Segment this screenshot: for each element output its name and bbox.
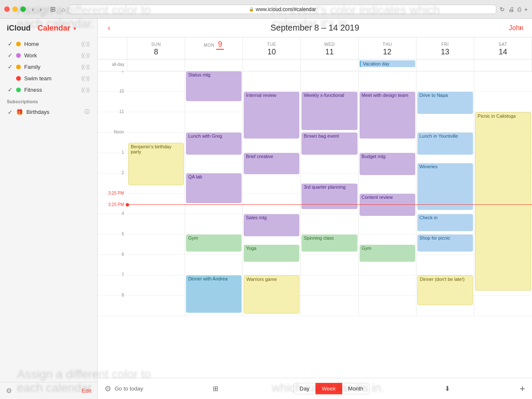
time-label-1: 1 — [121, 150, 124, 155]
allday-cell-fri — [417, 59, 474, 71]
event-qa-lab[interactable]: QA lab — [186, 173, 242, 203]
day-header-thu[interactable]: THU 12 — [359, 37, 417, 59]
event-warriors-game[interactable]: Warriors game — [244, 275, 299, 314]
event-content-review[interactable]: Content review — [360, 194, 415, 216]
hour-w0 — [301, 71, 358, 92]
hour-m4 — [185, 153, 242, 173]
grid-view-button[interactable]: ⊞ — [213, 385, 218, 393]
hour-m2 — [185, 112, 242, 133]
add-event-button[interactable]: + — [520, 383, 525, 394]
prev-week-button[interactable]: ‹ — [104, 23, 114, 32]
day-header-mon[interactable]: MON 9 — [185, 37, 243, 59]
hour-th10 — [359, 275, 416, 296]
event-drive-napa[interactable]: Drive to Napa — [417, 92, 473, 114]
home-button[interactable]: ⌂ — [62, 6, 65, 13]
reload-button[interactable]: ↻ — [500, 6, 505, 13]
minimize-button[interactable] — [12, 6, 18, 12]
user-name[interactable]: John — [509, 24, 524, 32]
event-weekly-xfunc[interactable]: Weekly x-functional — [301, 92, 357, 130]
day-col-wed: Weekly x-functional Brown bag event 3rd … — [301, 71, 358, 316]
share-button[interactable]: ⎙ — [518, 6, 521, 13]
day-col-sun: Benjamin's birthday party — [127, 71, 185, 316]
hour-th0 — [359, 71, 416, 92]
calendar-name-fitness: Fitness — [24, 87, 82, 93]
settings-icon[interactable]: ⚙ — [6, 387, 12, 395]
time-label-8pm: 8 — [121, 293, 124, 297]
maximize-button[interactable] — [20, 6, 26, 12]
url-text: www.icloud.com/#calendar — [256, 6, 316, 12]
day-header-wed[interactable]: WED 11 — [301, 37, 358, 59]
day-header-sat[interactable]: SAT 14 — [474, 37, 532, 59]
forward-button[interactable]: › — [37, 5, 45, 14]
event-budget-mtg[interactable]: Budget mtg — [360, 153, 415, 175]
event-yoga[interactable]: Yoga — [244, 245, 299, 262]
event-gym-mon[interactable]: Gym — [186, 235, 242, 252]
hour-8 — [127, 235, 185, 255]
hour-t5 — [243, 173, 300, 194]
sidebar-item-work[interactable]: ✓ Work ((·)) — [3, 50, 95, 61]
download-button[interactable]: ⬇ — [445, 385, 450, 393]
allday-cell-wed — [301, 59, 358, 71]
event-picnic-calistoga[interactable]: Picnic in Calistoga — [475, 112, 531, 291]
back-button[interactable]: ‹ — [29, 5, 37, 14]
event-sales-mtg[interactable]: Sales mtg — [244, 214, 299, 236]
calendar-name-work: Work — [24, 52, 82, 59]
day-num-thu: 12 — [360, 48, 415, 57]
event-3rd-quarter[interactable]: 3rd quarter planning — [301, 184, 357, 209]
traffic-lights — [4, 6, 26, 12]
event-dinner-andrea[interactable]: Dinner with Andrea — [186, 275, 242, 313]
sidebar-toggle-button[interactable]: ⊞ — [48, 4, 58, 14]
time-label-5: 5 — [121, 232, 124, 236]
sidebar-item-swim-team[interactable]: ✓ Swim team ((·)) — [3, 73, 95, 84]
allday-cell-sun — [127, 59, 185, 71]
day-col-fri: Drive to Napa Lunch in Yountville Wineri… — [417, 71, 474, 316]
sidebar-item-family[interactable]: ✓ Family ((·)) — [3, 61, 95, 72]
event-lunch-greg[interactable]: Lunch with Greg — [186, 133, 242, 155]
dot-home — [16, 42, 21, 46]
month-view-button[interactable]: Month — [342, 383, 370, 394]
event-wineries[interactable]: Wineries — [417, 163, 473, 210]
hour-w4 — [301, 153, 358, 173]
check-icon-family: ✓ — [8, 63, 14, 70]
event-gym-thu[interactable]: Gym — [360, 245, 415, 262]
event-dinner-late[interactable]: Dinner (don't be late!) — [417, 275, 473, 305]
hour-th7 — [359, 214, 416, 235]
day-num-fri: 13 — [417, 48, 473, 57]
day-header-tue[interactable]: TUE 10 — [243, 37, 301, 59]
event-brown-bag[interactable]: Brown bag event — [301, 133, 357, 155]
day-headers: SUN 8 MON 9 TUE 10 WED 11 — [98, 37, 532, 59]
goto-today-button[interactable]: Go to today — [115, 385, 143, 392]
calendar-name-swim-team: Swim team — [24, 75, 82, 82]
sidebar-item-home[interactable]: ✓ Home ((·)) — [3, 38, 95, 49]
event-internal-review[interactable]: Internal review — [244, 92, 299, 139]
info-icon-birthdays[interactable]: ⓘ — [84, 108, 90, 116]
settings-icon-bottom[interactable]: ⚙ — [104, 384, 111, 393]
event-status-mtg[interactable]: Status mtg — [186, 71, 242, 101]
calendar-caret-icon[interactable]: ▾ — [73, 25, 76, 31]
hour-0 — [127, 71, 185, 92]
event-benjamins-birthday[interactable]: Benjamin's birthday party — [128, 143, 184, 185]
wifi-icon-swim-team: ((·)) — [82, 75, 90, 81]
allday-cell-mon — [185, 59, 243, 71]
day-view-button[interactable]: Day — [293, 383, 315, 394]
add-tab-button[interactable]: + — [524, 6, 528, 13]
day-header-sun[interactable]: SUN 8 — [127, 37, 185, 59]
event-brief-creative[interactable]: Brief creative — [244, 153, 299, 174]
sidebar-item-fitness[interactable]: ✓ Fitness ((·)) — [3, 84, 95, 95]
dot-swim-team — [16, 76, 21, 81]
url-bar[interactable]: 🔒 www.icloud.com/#calendar — [69, 5, 496, 14]
event-shop-picnic[interactable]: Shop for picnic — [417, 235, 473, 252]
vacation-day-event[interactable]: Vacation day — [360, 60, 415, 67]
edit-button[interactable]: Edit — [82, 388, 91, 394]
event-lunch-yountville[interactable]: Lunch in Yountville — [417, 133, 473, 155]
close-button[interactable] — [4, 6, 10, 12]
app-container: iCloud Calendar ▾ ✓ Home ((·)) ✓ Work ((… — [0, 19, 532, 399]
event-check-in[interactable]: Check in — [417, 214, 473, 231]
allday-cell-thu: Vacation day — [359, 59, 417, 71]
week-view-button[interactable]: Week — [315, 383, 342, 394]
event-design-team[interactable]: Meet with design team — [360, 92, 415, 139]
print-button[interactable]: 🖨 — [508, 6, 514, 13]
day-header-fri[interactable]: FRI 13 — [417, 37, 474, 59]
event-spinning[interactable]: Spinning class — [301, 235, 357, 252]
sidebar-item-birthdays[interactable]: ✓ 🎁 Birthdays ⓘ — [3, 106, 95, 118]
